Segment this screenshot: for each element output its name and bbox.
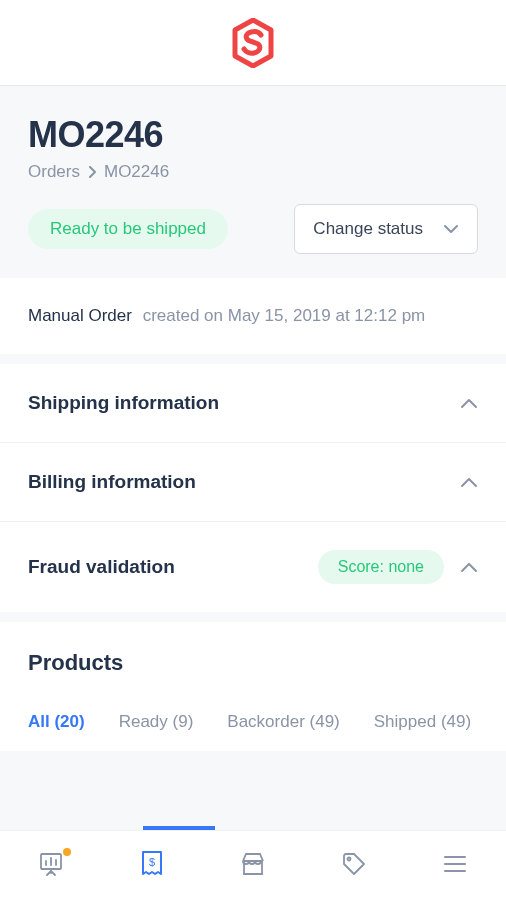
- billing-info-title: Billing information: [28, 471, 196, 493]
- storefront-icon: [240, 851, 266, 881]
- bottom-nav: $: [0, 830, 506, 900]
- fraud-validation-title: Fraud validation: [28, 556, 175, 578]
- shipping-info-toggle[interactable]: Shipping information: [0, 364, 506, 442]
- nav-orders[interactable]: $: [132, 846, 172, 886]
- chevron-down-icon: [443, 224, 459, 234]
- nav-store[interactable]: [233, 846, 273, 886]
- chevron-up-icon: [460, 477, 478, 488]
- presentation-chart-icon: [38, 851, 64, 881]
- hamburger-menu-icon: [443, 855, 467, 877]
- billing-info-toggle[interactable]: Billing information: [0, 442, 506, 521]
- breadcrumb-root[interactable]: Orders: [28, 162, 80, 182]
- products-tabs: All (20) Ready (9) Backorder (49) Shippe…: [28, 712, 478, 751]
- chevron-up-icon: [460, 562, 478, 573]
- status-badge: Ready to be shipped: [28, 209, 228, 249]
- change-status-button[interactable]: Change status: [294, 204, 478, 254]
- notification-dot-icon: [63, 848, 71, 856]
- nav-menu[interactable]: [435, 846, 475, 886]
- order-type-label: Manual Order: [28, 306, 132, 325]
- order-details-card: Shipping information Billing information…: [0, 364, 506, 612]
- brand-logo-icon: [231, 18, 275, 68]
- chevron-right-icon: [88, 166, 96, 178]
- topbar: [0, 0, 506, 86]
- page-header: MO2246 Orders MO2246 Ready to be shipped…: [0, 86, 506, 278]
- svg-point-2: [348, 857, 351, 860]
- tab-backorder[interactable]: Backorder (49): [227, 712, 339, 750]
- change-status-label: Change status: [313, 219, 423, 239]
- tag-icon: [341, 851, 367, 881]
- tab-ready[interactable]: Ready (9): [119, 712, 194, 750]
- order-created-text: created on May 15, 2019 at 12:12 pm: [143, 306, 426, 325]
- fraud-validation-toggle[interactable]: Fraud validation Score: none: [0, 521, 506, 612]
- page-title: MO2246: [28, 114, 478, 156]
- breadcrumb-current: MO2246: [104, 162, 169, 182]
- products-title: Products: [28, 650, 478, 676]
- chevron-up-icon: [460, 398, 478, 409]
- invoice-dollar-icon: $: [140, 850, 164, 882]
- breadcrumb: Orders MO2246: [28, 162, 478, 182]
- fraud-score-badge: Score: none: [318, 550, 444, 584]
- shipping-info-title: Shipping information: [28, 392, 219, 414]
- tab-all[interactable]: All (20): [28, 712, 85, 750]
- order-meta-card: Manual Order created on May 15, 2019 at …: [0, 278, 506, 354]
- products-card: Products All (20) Ready (9) Backorder (4…: [0, 622, 506, 751]
- tab-shipped[interactable]: Shipped (49): [374, 712, 471, 750]
- nav-dashboard[interactable]: [31, 846, 71, 886]
- svg-text:$: $: [149, 856, 155, 868]
- nav-tags[interactable]: [334, 846, 374, 886]
